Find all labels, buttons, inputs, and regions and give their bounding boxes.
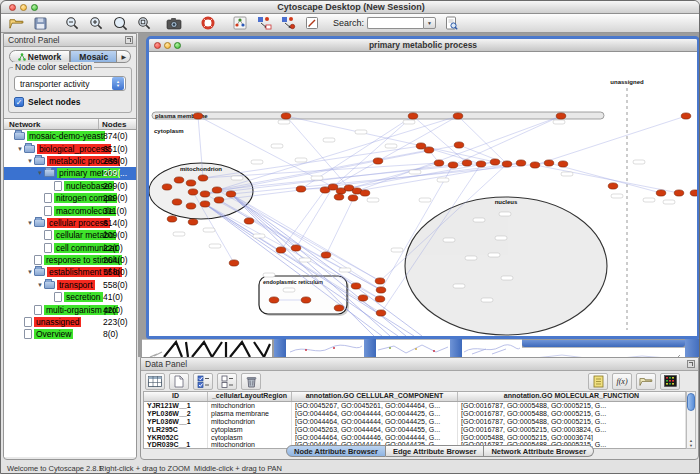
tree-expand-arrow[interactable]: ▼: [26, 269, 34, 275]
graph-node[interactable]: [351, 283, 361, 289]
more-tabs-arrow[interactable]: ▶: [117, 50, 131, 63]
tree-row[interactable]: cell communicat22(0): [4, 242, 136, 254]
graph-node[interactable]: [376, 310, 386, 316]
tree-row[interactable]: multi-organism pro42(0): [4, 303, 136, 315]
graph-node[interactable]: [172, 199, 182, 205]
zoom-fit-icon[interactable]: [135, 15, 153, 32]
graph-node[interactable]: [212, 187, 222, 193]
data-panel-header[interactable]: Data Panel: [141, 358, 698, 371]
delete-attribute-icon[interactable]: [241, 373, 261, 390]
graph-node[interactable]: [454, 142, 464, 148]
tree-row[interactable]: ▼primary metabo209(...: [4, 167, 136, 179]
float-panel-icon[interactable]: [125, 36, 133, 44]
zoom-out-icon[interactable]: [63, 15, 81, 32]
import-attributes-icon[interactable]: [636, 373, 656, 390]
tree-row[interactable]: ▼biological_process651(0): [4, 142, 136, 154]
graph-node[interactable]: [291, 245, 301, 251]
graph-node[interactable]: [269, 297, 279, 303]
vizmapper-edge-icon[interactable]: [279, 15, 297, 32]
tree-expand-arrow[interactable]: ▼: [36, 170, 44, 176]
help-icon[interactable]: [199, 15, 217, 32]
graph-node[interactable]: [167, 216, 177, 222]
graph-node[interactable]: [416, 143, 426, 149]
graph-node[interactable]: [502, 161, 512, 167]
background-window-frame[interactable]: [450, 339, 462, 357]
zoom-selected-icon[interactable]: [111, 15, 129, 32]
tab-node-attribute-browser[interactable]: Node Attribute Browser: [286, 445, 386, 457]
table-column-header[interactable]: annotation.GO CELLULAR_COMPONENT: [292, 392, 458, 401]
background-window-frame[interactable]: [274, 339, 286, 357]
window-titlebar[interactable]: Cytoscape Desktop (New Session): [1, 1, 700, 14]
tree-row[interactable]: macromolecule311(0): [4, 204, 136, 216]
graph-node[interactable]: [681, 113, 691, 119]
scrollbar-arrows[interactable]: ▲▼: [687, 438, 695, 448]
graph-node[interactable]: [476, 161, 486, 167]
graph-node[interactable]: [334, 194, 344, 200]
graph-node[interactable]: [375, 296, 385, 302]
graph-node[interactable]: [358, 295, 368, 301]
graph-node[interactable]: [276, 247, 286, 253]
table-row[interactable]: YKR052Ccytoplasm[GO:0044464, GO:0044446,…: [144, 434, 687, 442]
graph-node[interactable]: [281, 113, 291, 119]
graph-node[interactable]: [690, 190, 697, 196]
table-column-header[interactable]: annotation.GO MOLECULAR_FUNCTION: [458, 392, 686, 401]
graph-node[interactable]: [376, 287, 386, 293]
tree-row[interactable]: ▼transport558(0): [4, 279, 136, 291]
zoom-in-icon[interactable]: [87, 15, 105, 32]
table-column-header[interactable]: _cellularLayoutRegion: [208, 392, 292, 401]
tree-row[interactable]: ▼cellular process614(0): [4, 217, 136, 229]
tree-expand-arrow[interactable]: ▼: [16, 146, 24, 152]
network-view-titlebar[interactable]: primary metabolic process: [149, 39, 697, 52]
tree-row[interactable]: secretion41(0): [4, 291, 136, 303]
table-row[interactable]: YPL036W__1mitochondrion[GO:0044464, GO:0…: [144, 418, 687, 426]
graph-node[interactable]: [434, 160, 444, 166]
graph-node[interactable]: [408, 113, 418, 119]
select-attributes-icon[interactable]: [193, 373, 213, 390]
graph-node[interactable]: [229, 260, 239, 266]
unselect-attributes-icon[interactable]: [217, 373, 237, 390]
open-session-icon[interactable]: [7, 15, 25, 32]
tree-row[interactable]: response to stimulu264(0): [4, 254, 136, 266]
graph-node[interactable]: [198, 175, 208, 181]
graph-node[interactable]: [214, 197, 224, 203]
table-row[interactable]: YLR295Ccytoplasm[GO:0045263, GO:0044464,…: [144, 426, 687, 434]
graph-node[interactable]: [558, 161, 568, 167]
function-builder-icon[interactable]: f(x): [612, 373, 632, 390]
background-window-fragment[interactable]: [462, 339, 522, 357]
heatmap-icon[interactable]: [660, 373, 680, 390]
graph-node[interactable]: [530, 162, 540, 168]
background-window-frame[interactable]: [364, 339, 376, 357]
graph-node[interactable]: [186, 203, 196, 209]
graph-node[interactable]: [200, 201, 210, 207]
graph-node[interactable]: [188, 219, 198, 225]
advanced-search-icon[interactable]: [442, 15, 460, 32]
graph-node[interactable]: [544, 160, 554, 166]
graph-node[interactable]: [334, 305, 344, 311]
background-window-frame[interactable]: [685, 339, 700, 357]
graph-node[interactable]: [348, 195, 358, 201]
table-scrollbar[interactable]: ▲▼: [686, 391, 696, 449]
tree-row[interactable]: ▼metabolic process280(0): [4, 155, 136, 167]
table-row[interactable]: YJR121W__1mitochondrion[GO:0045267, GO:0…: [144, 402, 687, 410]
graph-node[interactable]: [453, 113, 463, 119]
float-data-panel-icon[interactable]: [687, 360, 695, 368]
tree-row[interactable]: nucleobase-209(0): [4, 180, 136, 192]
graph-node[interactable]: [296, 186, 306, 192]
annotation-icon[interactable]: [303, 15, 321, 32]
tree-expand-arrow[interactable]: ▼: [26, 158, 34, 164]
vizmapper-node-icon[interactable]: [255, 15, 273, 32]
search-input[interactable]: [367, 17, 423, 29]
graph-node[interactable]: [516, 160, 526, 166]
tree-row[interactable]: nitrogen compo209(0): [4, 192, 136, 204]
new-attribute-icon[interactable]: [169, 373, 189, 390]
graph-node[interactable]: [186, 180, 196, 186]
graph-node[interactable]: [321, 252, 331, 258]
save-session-icon[interactable]: [31, 15, 49, 32]
graph-node[interactable]: [424, 147, 434, 153]
tree-row[interactable]: ▼establishment of lo558(0): [4, 266, 136, 278]
graph-node[interactable]: [188, 189, 198, 195]
node-color-dropdown[interactable]: transporter activity ▲▼: [14, 76, 126, 91]
graph-node[interactable]: [373, 158, 383, 164]
graph-node[interactable]: [174, 177, 184, 183]
graph-node[interactable]: [193, 113, 203, 119]
